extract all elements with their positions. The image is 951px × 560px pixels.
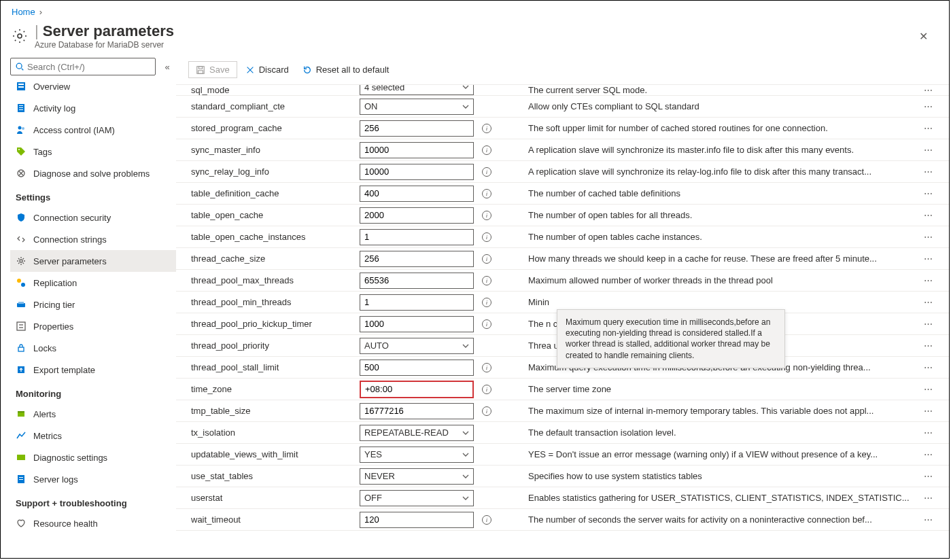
- param-value-input[interactable]: [360, 316, 474, 332]
- param-description: Specifies how to use system statistics t…: [528, 471, 919, 481]
- info-icon[interactable]: i: [482, 167, 491, 177]
- param-value-input[interactable]: [360, 360, 474, 376]
- info-icon[interactable]: i: [482, 319, 491, 329]
- sidebar-item-replication[interactable]: Replication: [10, 272, 176, 294]
- param-value-text: NEVER: [364, 471, 395, 481]
- param-value-input[interactable]: [360, 294, 474, 311]
- info-icon[interactable]: i: [482, 232, 491, 242]
- param-value-select[interactable]: AUTO: [360, 338, 474, 354]
- row-actions-button[interactable]: ⋯: [919, 449, 937, 459]
- row-actions-button[interactable]: ⋯: [919, 85, 937, 95]
- row-actions-button[interactable]: ⋯: [919, 406, 937, 416]
- sidebar-item-activity-log[interactable]: Activity log: [10, 97, 176, 119]
- param-value-input[interactable]: [360, 381, 474, 398]
- search-field[interactable]: [27, 62, 151, 72]
- reset-button[interactable]: Reset all to default: [297, 62, 395, 77]
- save-button[interactable]: Save: [188, 61, 237, 78]
- param-description: The number of cached table definitions: [528, 188, 919, 198]
- info-icon[interactable]: i: [482, 515, 491, 525]
- param-name: thread_pool_max_threads: [188, 275, 360, 285]
- sidebar-item-access-control-iam-[interactable]: Access control (IAM): [10, 119, 176, 141]
- row-actions-button[interactable]: ⋯: [919, 514, 937, 525]
- row-actions-button[interactable]: ⋯: [919, 253, 937, 264]
- info-icon[interactable]: i: [482, 298, 491, 307]
- param-value-input[interactable]: [360, 512, 474, 528]
- row-actions-button[interactable]: ⋯: [919, 123, 937, 133]
- sidebar-item-server-logs[interactable]: Server logs: [10, 468, 176, 490]
- chevron-down-icon: [462, 473, 469, 480]
- sidebar-item-alerts[interactable]: Alerts: [10, 403, 176, 425]
- param-value-input[interactable]: [360, 207, 474, 224]
- sidebar-item-label: Metrics: [33, 431, 62, 441]
- sidebar-item-label: Properties: [33, 321, 73, 332]
- chevron-down-icon: [462, 451, 469, 458]
- param-value-input[interactable]: [360, 120, 474, 137]
- sidebar-item-connection-security[interactable]: Connection security: [10, 207, 176, 228]
- row-actions-button[interactable]: ⋯: [919, 319, 937, 329]
- sidebar-item-overview[interactable]: Overview: [10, 75, 176, 97]
- sidebar-item-tags[interactable]: Tags: [10, 141, 176, 162]
- row-actions-button[interactable]: ⋯: [919, 101, 937, 111]
- discard-button[interactable]: Discard: [240, 62, 294, 77]
- sidebar-item-resource-health[interactable]: Resource health: [10, 512, 176, 534]
- sidebar-item-export-template[interactable]: Export template: [10, 359, 176, 381]
- info-icon[interactable]: i: [482, 189, 491, 198]
- param-value-input[interactable]: [360, 186, 474, 202]
- breadcrumb-home[interactable]: Home: [12, 7, 35, 17]
- sidebar-item-connection-strings[interactable]: Connection strings: [10, 228, 176, 250]
- param-value-input[interactable]: [360, 229, 474, 245]
- info-icon[interactable]: i: [482, 363, 491, 372]
- title-separator: |: [35, 22, 39, 40]
- row-actions-button[interactable]: ⋯: [919, 384, 937, 394]
- row-actions-button[interactable]: ⋯: [919, 427, 937, 438]
- param-value-select[interactable]: REPEATABLE-READ: [360, 425, 474, 441]
- row-actions-button[interactable]: ⋯: [919, 210, 937, 220]
- param-value-select[interactable]: NEVER: [360, 468, 474, 485]
- info-icon[interactable]: i: [482, 145, 491, 155]
- info-icon[interactable]: i: [482, 124, 491, 133]
- sidebar-item-pricing-tier[interactable]: Pricing tier: [10, 294, 176, 315]
- info-icon[interactable]: i: [482, 276, 491, 285]
- param-value-input[interactable]: [360, 273, 474, 289]
- row-actions-button[interactable]: ⋯: [919, 275, 937, 285]
- param-value-input[interactable]: [360, 164, 474, 180]
- param-value-select[interactable]: 4 selected: [360, 85, 474, 95]
- sidebar-item-properties[interactable]: Properties: [10, 315, 176, 337]
- row-actions-button[interactable]: ⋯: [919, 167, 937, 177]
- row-actions-button[interactable]: ⋯: [919, 188, 937, 198]
- close-button[interactable]: ✕: [914, 27, 933, 46]
- row-actions-button[interactable]: ⋯: [919, 362, 937, 372]
- info-icon[interactable]: i: [482, 385, 491, 394]
- search-input[interactable]: [10, 58, 156, 75]
- sidebar-item-label: Access control (IAM): [33, 125, 115, 135]
- collapse-sidebar-button[interactable]: «: [161, 62, 173, 72]
- info-icon[interactable]: i: [482, 254, 491, 264]
- param-value-select[interactable]: OFF: [360, 490, 474, 506]
- sidebar-item-label: Connection security: [33, 213, 111, 223]
- param-value-select[interactable]: YES: [360, 447, 474, 463]
- sidebar-item-locks[interactable]: Locks: [10, 337, 176, 359]
- row-actions-button[interactable]: ⋯: [919, 471, 937, 481]
- nav-icon: [16, 212, 27, 223]
- svg-rect-33: [198, 70, 203, 73]
- sidebar-item-metrics[interactable]: Metrics: [10, 425, 176, 447]
- param-description: A replication slave will synchronize its…: [528, 167, 919, 177]
- param-value-input[interactable]: [360, 403, 474, 419]
- row-actions-button[interactable]: ⋯: [919, 145, 937, 155]
- info-icon[interactable]: i: [482, 211, 491, 220]
- param-row: time_zoneiThe server time zone⋯: [176, 379, 949, 400]
- row-actions-button[interactable]: ⋯: [919, 297, 937, 307]
- sidebar-item-server-parameters[interactable]: Server parameters: [10, 250, 176, 272]
- param-value-input[interactable]: [360, 251, 474, 267]
- param-value-input[interactable]: [360, 142, 474, 158]
- param-description: The number of open tables for all thread…: [528, 210, 919, 220]
- param-value-select[interactable]: ON: [360, 99, 474, 115]
- info-icon[interactable]: i: [482, 406, 491, 416]
- row-actions-button[interactable]: ⋯: [919, 493, 937, 503]
- sidebar-item-diagnostic-settings[interactable]: Diagnostic settings: [10, 447, 176, 468]
- param-name: tx_isolation: [188, 427, 360, 438]
- param-description: The default transaction isolation level.: [528, 427, 919, 438]
- sidebar-item-diagnose-and-solve-problems[interactable]: Diagnose and solve problems: [10, 162, 176, 184]
- row-actions-button[interactable]: ⋯: [919, 340, 937, 351]
- row-actions-button[interactable]: ⋯: [919, 232, 937, 242]
